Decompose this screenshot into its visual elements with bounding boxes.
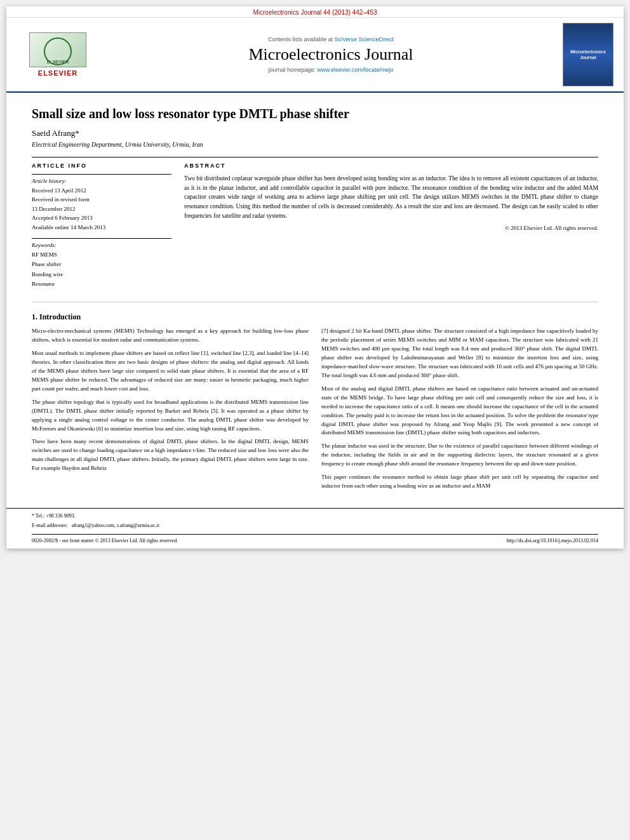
- intro-para-6: Most of the analog and digital DMTL phas…: [321, 385, 598, 438]
- journal-citation: Microelectronics Journal 44 (2013) 442–4…: [253, 9, 377, 16]
- footer-bottom: 0026-2692/$ - see front matter © 2013 El…: [32, 534, 598, 545]
- author-name: Saeid Afrang*: [32, 128, 598, 138]
- homepage-link[interactable]: www.elsevier.com/locate/mejo: [318, 67, 394, 73]
- intro-para-5: [7] designed 2 bit Ka-band DMTL phase sh…: [321, 327, 598, 380]
- available-date: Available online 14 March 2013: [32, 223, 171, 232]
- keywords-label: Keywords:: [32, 242, 171, 248]
- copyright: © 2013 Elsevier Ltd. All rights reserved…: [184, 225, 598, 231]
- journal-homepage-line: journal homepage: www.elsevier.com/locat…: [99, 67, 563, 73]
- article-info-heading: ARTICLE INFO: [32, 163, 171, 169]
- page: Microelectronics Journal 44 (2013) 442–4…: [6, 6, 624, 549]
- revised-date: 13 December 2012: [32, 204, 171, 213]
- keywords-section: Keywords: RF MEMS Phase shifter Bonding …: [32, 238, 171, 289]
- intro-para-2: Most usual methods to implement phase sh…: [32, 349, 309, 394]
- footnote-email: E-mail addresses: afrang1@yahoo.com, s.a…: [32, 522, 598, 530]
- elsevier-wordmark: ELSEVIER: [38, 69, 77, 77]
- elsevier-logo-block: ELSEVIER: [17, 32, 99, 77]
- received-revised-label: Received in revised form: [32, 195, 171, 204]
- intro-para-3: The phase shifter topology that is typic…: [32, 398, 309, 434]
- author-affiliation: Electrical Engineering Department, Urmia…: [32, 141, 598, 148]
- section-introduction: 1. Introduction Micro-electro-mechanical…: [32, 312, 598, 495]
- email-label: E-mail addresses:: [32, 522, 68, 530]
- abstract-heading: ABSTRACT: [184, 163, 598, 169]
- doi: http://dx.doi.org/10.1016/j.mejo.2013.02…: [506, 537, 598, 545]
- history-label: Article history:: [32, 178, 171, 184]
- article-info-column: ARTICLE INFO Article history: Received 1…: [32, 163, 171, 289]
- intro-para-7: The planar inductor was used in the stru…: [321, 442, 598, 469]
- intro-para-8: This paper continues the resonance metho…: [321, 473, 598, 491]
- body-left-col: Micro-electro-mechanical systems (MEMS) …: [32, 327, 309, 495]
- journal-citation-bar: Microelectronics Journal 44 (2013) 442–4…: [6, 6, 624, 18]
- journal-center-block: Contents lists available at SciVerse Sci…: [99, 36, 563, 73]
- footer: * Tel.: +98 336 9093. E-mail addresses: …: [6, 508, 624, 549]
- abstract-column: ABSTRACT Two bit distributed coplanar wa…: [184, 163, 598, 289]
- footnote-star: * Tel.: +98 336 9093.: [32, 512, 76, 521]
- section-divider: [32, 302, 598, 302]
- intro-para-4: There have been many recent demonstratio…: [32, 437, 309, 473]
- intro-para-1: Micro-electro-mechanical systems (MEMS) …: [32, 327, 309, 345]
- email-value: afrang1@yahoo.com, s.afrang@urmia.ac.ir: [72, 522, 160, 530]
- journal-cover-image: MicroelectronicsJournal: [563, 23, 613, 86]
- abstract-text: Two bit distributed coplanar waveguide p…: [184, 174, 598, 221]
- keyword-bonding-wire: Bonding wire: [32, 270, 171, 279]
- article-title: Small size and low loss resonator type D…: [32, 105, 598, 122]
- footnote-tel: * Tel.: +98 336 9093.: [32, 512, 598, 521]
- received-date: Received 13 April 2012: [32, 186, 171, 195]
- body-two-col: Micro-electro-mechanical systems (MEMS) …: [32, 327, 598, 495]
- keyword-phase-shifter: Phase shifter: [32, 260, 171, 269]
- sciverse-link[interactable]: SciVerse ScienceDirect: [335, 36, 394, 43]
- keyword-rf-mems: RF MEMS: [32, 250, 171, 260]
- article-history: Article history: Received 13 April 2012 …: [32, 174, 171, 232]
- cover-title: MicroelectronicsJournal: [568, 49, 608, 60]
- main-content: Small size and low loss resonator type D…: [6, 93, 624, 508]
- keyword-resonator: Resonator: [32, 279, 171, 289]
- accepted-date: Accepted 6 February 2013: [32, 213, 171, 222]
- sciverse-line: Contents lists available at SciVerse Sci…: [99, 36, 563, 43]
- body-right-col: [7] designed 2 bit Ka-band DMTL phase sh…: [321, 327, 598, 495]
- article-info-abstract-section: ARTICLE INFO Article history: Received 1…: [32, 157, 598, 289]
- journal-header: ELSEVIER Contents lists available at Sci…: [6, 18, 624, 93]
- elsevier-logo-image: [29, 32, 86, 67]
- journal-title: Microelectronics Journal: [99, 45, 563, 64]
- issn-copyright: 0026-2692/$ - see front matter © 2013 El…: [32, 537, 178, 545]
- section-title-introduction: 1. Introduction: [32, 312, 598, 322]
